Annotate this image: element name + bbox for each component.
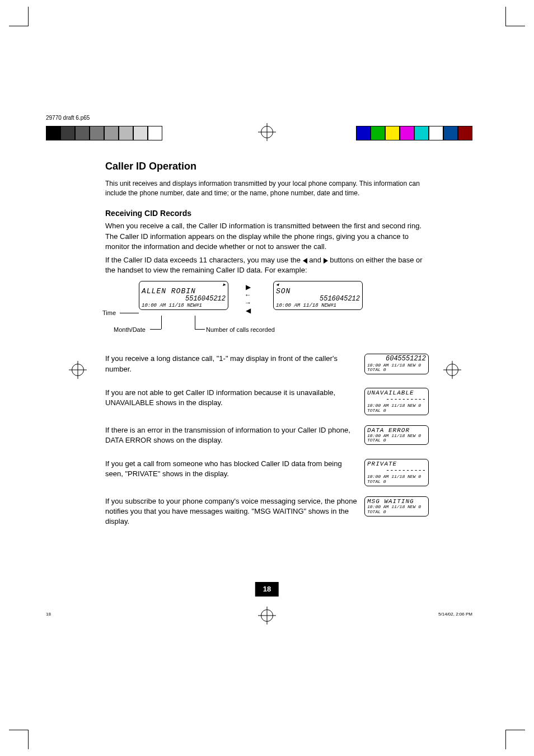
crop-mark [505, 730, 525, 749]
scroll-arrows: ▶←→◀ [237, 283, 259, 314]
page-number: 18 [255, 582, 279, 597]
footer-date: 5/14/02, 2:06 PM [438, 611, 472, 617]
label-count: Number of calls recorded [206, 326, 275, 334]
item-row: If there is an error in the transmission… [105, 425, 429, 449]
registration-mark-icon [72, 364, 84, 376]
lcd-diagram: ▶ ALLEN ROBIN 5516045212 10:00 AM 11/18 … [105, 281, 429, 348]
item-row: If you subscribe to your phone company's… [105, 496, 429, 530]
text: If the Caller ID data exceeds 11 charact… [105, 256, 303, 264]
lcd-screen: 604555121210:00 AM 11/18 NEW 0 TOTAL 0 [364, 354, 429, 374]
item-row: If you receive a long distance call, "1-… [105, 354, 429, 377]
section-title: Receiving CID Records [105, 208, 429, 219]
lcd-name: ALLEN ROBIN [142, 288, 226, 295]
leader-line [161, 316, 162, 329]
registration-mark-icon [261, 609, 273, 622]
lcd-number: 5516045212 [142, 295, 226, 303]
item-text: If you get a call from someone who has b… [105, 459, 359, 479]
label-date: Month/Date [114, 326, 146, 334]
item-text: If you receive a long distance call, "1-… [105, 354, 359, 374]
right-arrow-icon [324, 258, 328, 264]
lcd-status: 10:00 AM 11/18 NEW#1 [142, 303, 226, 309]
lcd-screen-right: ◀ SON 5516045212 10:00 AM 11/18 NEW#1 [273, 281, 363, 310]
leader-line [195, 329, 205, 330]
body-text: When you receive a call, the Caller ID i… [105, 221, 429, 252]
leader-line [120, 313, 139, 313]
lcd-number: 5516045212 [276, 295, 360, 303]
text: and [307, 256, 324, 264]
item-text: If you are not able to get Caller ID inf… [105, 388, 359, 408]
item-text: If you subscribe to your phone company's… [105, 496, 359, 527]
leader-line [195, 316, 195, 329]
lcd-screen: MSG WAITING10:00 AM 11/18 NEW 0 TOTAL 0 [364, 496, 429, 516]
left-arrow-icon [303, 258, 307, 264]
item-text: If there is an error in the transmission… [105, 425, 359, 445]
crop-mark [9, 7, 29, 26]
header-filename: 29770 draft 6.p65 [46, 114, 90, 122]
lcd-screen: UNAVAILABLE----------10:00 AM 11/18 NEW … [364, 388, 429, 415]
crop-mark [505, 7, 525, 26]
label-time: Time [102, 309, 116, 317]
item-row: If you get a call from someone who has b… [105, 459, 429, 486]
registration-mark-icon [446, 364, 458, 376]
page-content: Caller ID Operation This unit receives a… [105, 159, 429, 597]
grayscale-bar [46, 126, 162, 140]
lcd-screen-left: ▶ ALLEN ROBIN 5516045212 10:00 AM 11/18 … [139, 281, 228, 310]
crop-mark [9, 730, 29, 749]
lcd-name: SON [276, 288, 360, 295]
leader-line [150, 329, 161, 330]
intro-text: This unit receives and displays informat… [105, 179, 429, 198]
lcd-status: 10:00 AM 11/18 NEW#1 [276, 303, 360, 309]
footer-page: 18 [46, 611, 51, 617]
item-row: If you are not able to get Caller ID inf… [105, 388, 429, 415]
lcd-screen: DATA ERROR10:00 AM 11/18 NEW 0 TOTAL 0 [364, 425, 429, 445]
lcd-screen: PRIVATE----------10:00 AM 11/18 NEW 0 TO… [364, 459, 429, 486]
registration-mark-icon [261, 126, 273, 138]
color-bar [356, 126, 472, 140]
body-text: If the Caller ID data exceeds 11 charact… [105, 255, 429, 275]
page-title: Caller ID Operation [105, 159, 429, 173]
